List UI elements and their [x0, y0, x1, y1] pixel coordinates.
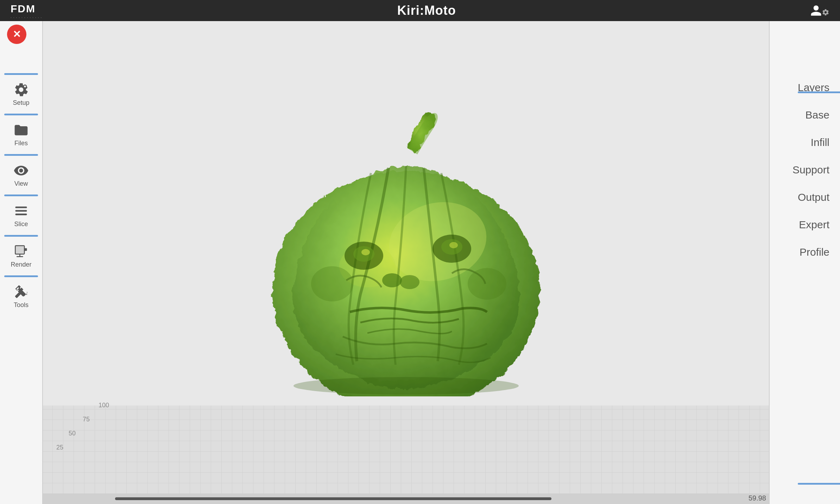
eye-icon: [13, 163, 29, 178]
render-label: Render: [11, 261, 31, 268]
sidebar-divider-1: [4, 114, 38, 115]
right-sidebar: Layers Base Infill Support Output Expert…: [770, 21, 840, 504]
left-sidebar: Setup Files View Slice: [0, 21, 42, 504]
right-menu-profile[interactable]: Profile: [770, 238, 840, 266]
svg-point-1: [24, 85, 26, 88]
sidebar-divider-5: [4, 275, 38, 277]
svg-rect-3: [15, 210, 27, 212]
menu-lines-icon: [13, 203, 29, 219]
right-menu-infill[interactable]: Infill: [770, 129, 840, 156]
svg-point-17: [361, 249, 370, 255]
sidebar-divider-3: [4, 194, 38, 196]
folder-icon: [13, 122, 29, 138]
right-menu-output[interactable]: Output: [770, 184, 840, 211]
sidebar-item-render[interactable]: Render: [0, 240, 42, 273]
svg-point-22: [468, 268, 506, 300]
setup-label: Setup: [13, 99, 29, 107]
fdm-mode-label: FDM ............: [11, 3, 43, 19]
svg-rect-9: [24, 248, 27, 251]
main-viewport[interactable]: 100 75 50 25: [42, 21, 770, 504]
tools-icon: [13, 284, 29, 300]
svg-rect-4: [15, 213, 27, 215]
sidebar-item-slice[interactable]: Slice: [0, 199, 42, 232]
3d-model: [255, 108, 557, 396]
svg-point-23: [293, 377, 519, 395]
right-menu-layers[interactable]: Layers: [770, 74, 840, 101]
app-title: Kiri:Moto: [397, 3, 456, 18]
sidebar-item-setup[interactable]: Setup: [0, 78, 42, 111]
user-icon: [810, 4, 822, 17]
header: FDM ............ Kiri:Moto: [0, 0, 840, 21]
files-label: Files: [14, 140, 28, 147]
sidebar-divider-4: [4, 235, 38, 237]
render-icon: [13, 244, 29, 259]
close-button[interactable]: ✕: [7, 25, 26, 44]
3d-model-container: [42, 21, 770, 504]
svg-point-21: [311, 266, 353, 301]
svg-point-19: [382, 273, 402, 287]
right-menu-expert[interactable]: Expert: [770, 211, 840, 238]
view-label: View: [14, 180, 28, 187]
tools-label: Tools: [14, 301, 29, 309]
settings-gear-icon: [822, 8, 829, 16]
svg-point-20: [400, 275, 419, 289]
coordinate-display: 59.98: [749, 494, 766, 502]
right-divider-bottom: [798, 483, 840, 485]
sidebar-divider-2: [4, 154, 38, 156]
svg-rect-2: [15, 206, 27, 208]
right-menu-support[interactable]: Support: [770, 156, 840, 184]
left-separator: [42, 21, 43, 504]
sidebar-divider-top: [4, 73, 38, 75]
gear-setup-icon: [13, 82, 29, 97]
right-divider-top: [798, 91, 840, 93]
bottom-scrollbar-bar[interactable]: [42, 493, 770, 504]
sidebar-item-view[interactable]: View: [0, 159, 42, 192]
slice-label: Slice: [14, 221, 28, 228]
close-icon: ✕: [13, 30, 21, 39]
sidebar-item-tools[interactable]: Tools: [0, 280, 42, 313]
user-profile-button[interactable]: [810, 4, 829, 17]
sidebar-item-files[interactable]: Files: [0, 118, 42, 151]
svg-rect-6: [16, 246, 24, 253]
right-menu-base[interactable]: Base: [770, 101, 840, 129]
horizontal-scrollbar[interactable]: [115, 497, 551, 500]
svg-point-18: [449, 242, 458, 248]
